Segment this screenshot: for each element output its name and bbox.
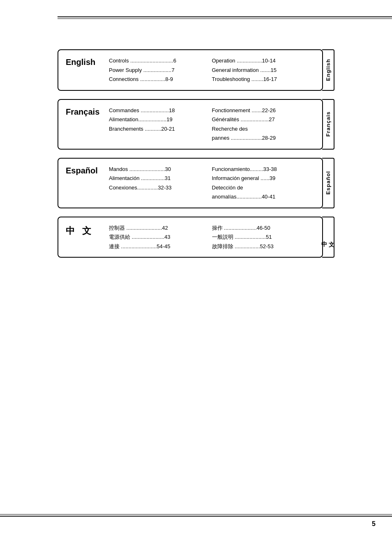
espanol-col1: Mandos ........................30 Alimen… xyxy=(109,165,212,201)
content-area: English Controls .......................… xyxy=(58,25,334,258)
francais-toc: Commandes ...................18 Alimenta… xyxy=(109,106,315,142)
chinese-entry-6: 故障排除 .................52-53 xyxy=(212,242,315,251)
chinese-entry-3: 連接 ........................54-45 xyxy=(109,242,212,251)
francais-box: Français Commandes ...................18… xyxy=(58,99,323,150)
chinese-box: 中 文 控制器 ........................42 電源供給 … xyxy=(58,217,323,258)
chinese-toc: 控制器 ........................42 電源供給 ....… xyxy=(109,224,315,251)
rule-thin-top xyxy=(58,18,392,19)
chinese-entry-1: 控制器 ........................42 xyxy=(109,224,212,232)
chinese-label: 中 文 xyxy=(66,224,109,237)
espanol-col2: Funcionamiento.........33-38 Información… xyxy=(212,165,315,201)
chinese-entry-5: 一般説明 .....................51 xyxy=(212,233,315,241)
francais-col1: Commandes ...................18 Alimenta… xyxy=(109,106,212,142)
rule-thick-bottom xyxy=(0,516,392,517)
english-entry-6: Troubleshooting ........16-17 xyxy=(212,75,315,83)
english-entry-3: Connections .................8-9 xyxy=(109,75,212,83)
english-entry-1: Controls .............................6 xyxy=(109,57,212,65)
francais-entry-5: Généralités ...................27 xyxy=(212,115,315,124)
francais-tab-label: Français xyxy=(325,111,331,136)
english-entry-4: Operation .................10-14 xyxy=(212,57,315,65)
francais-entry-4: Fonctionnement .......22-26 xyxy=(212,106,315,115)
chinese-section: 中 文 控制器 ........................42 電源供給 … xyxy=(58,217,334,258)
english-tab-label: English xyxy=(325,59,331,81)
top-rules xyxy=(58,16,392,20)
english-entry-5: General information .......15 xyxy=(212,66,315,74)
english-col1: Controls .............................6 … xyxy=(109,57,212,83)
francais-entry-6: Recherche des xyxy=(212,125,315,133)
francais-col2: Fonctionnement .......22-26 Généralités … xyxy=(212,106,315,142)
francais-entry-2: Alimentation...................19 xyxy=(109,115,212,124)
espanol-entry-7: anomalías.................40-41 xyxy=(212,193,315,201)
chinese-col2: 操作 ......................46-50 一般説明 ....… xyxy=(212,224,315,251)
english-box: English Controls .......................… xyxy=(58,49,323,91)
chinese-entry-4: 操作 ......................46-50 xyxy=(212,224,315,232)
francais-tab: Français xyxy=(322,99,334,150)
chinese-col1: 控制器 ........................42 電源供給 ....… xyxy=(109,224,212,251)
espanol-section: Español Mandos ........................3… xyxy=(58,158,334,208)
chinese-tab: 文中 xyxy=(322,217,334,258)
english-section: English Controls .......................… xyxy=(58,49,334,91)
espanol-box: Español Mandos ........................3… xyxy=(58,158,323,208)
francais-label: Français xyxy=(66,106,109,117)
bottom-rules xyxy=(0,514,392,517)
english-entry-2: Power Supply ...................7 xyxy=(109,66,212,74)
francais-entry-1: Commandes ...................18 xyxy=(109,106,212,115)
english-label: English xyxy=(66,57,109,67)
espanol-tab-label: Español xyxy=(325,171,331,195)
page-number: 5 xyxy=(372,520,376,528)
francais-entry-7: pannes .....................28-29 xyxy=(212,134,315,142)
espanol-entry-1: Mandos ........................30 xyxy=(109,165,212,173)
english-tab: English xyxy=(322,49,334,91)
espanol-entry-6: Detección de xyxy=(212,184,315,192)
espanol-label: Español xyxy=(66,165,109,175)
espanol-entry-3: Conexiones..............32-33 xyxy=(109,184,212,192)
espanol-entry-2: Alimentación ................31 xyxy=(109,174,212,182)
espanol-toc: Mandos ........................30 Alimen… xyxy=(109,165,315,201)
espanol-tab: Español xyxy=(322,158,334,208)
chinese-entry-2: 電源供給 ......................43 xyxy=(109,233,212,241)
francais-section: Français Commandes ...................18… xyxy=(58,99,334,150)
francais-entry-3: Branchements ...........20-21 xyxy=(109,125,212,133)
rule-thick-top xyxy=(58,16,392,17)
page: English Controls .......................… xyxy=(0,0,392,540)
english-col2: Operation .................10-14 General… xyxy=(212,57,315,83)
espanol-entry-4: Funcionamiento.........33-38 xyxy=(212,165,315,173)
english-toc: Controls .............................6 … xyxy=(109,57,315,83)
rule-thin-bottom xyxy=(0,514,392,515)
espanol-entry-5: Información general ......39 xyxy=(212,174,315,182)
